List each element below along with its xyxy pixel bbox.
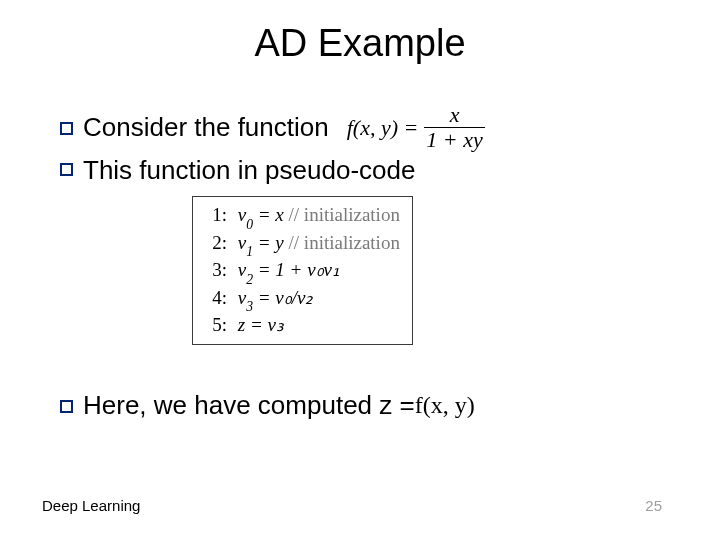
bullet-square-icon bbox=[60, 163, 73, 176]
footer-left: Deep Learning bbox=[42, 497, 140, 514]
formula-numerator: x bbox=[448, 104, 462, 127]
bullet-1: Consider the function f(x, y) = x 1 + xy bbox=[60, 104, 670, 151]
code-line: 3: v2 = 1 + v₀v₁ bbox=[205, 258, 400, 286]
bullet-square-icon bbox=[60, 122, 73, 135]
line-number: 3: bbox=[205, 258, 227, 283]
bullet-1-text: Consider the function bbox=[83, 110, 329, 145]
code-comment: // initialization bbox=[284, 232, 400, 253]
formula-fraction: x 1 + xy bbox=[424, 104, 484, 151]
line-number: 5: bbox=[205, 313, 227, 338]
bullet-3: Here, we have computed z = f(x, y) bbox=[60, 390, 475, 421]
bullet-square-icon bbox=[60, 400, 73, 413]
line-number: 1: bbox=[205, 203, 227, 228]
page-number: 25 bbox=[645, 497, 662, 514]
code-line: 2: v1 = y // initialization bbox=[205, 231, 400, 259]
line-number: 2: bbox=[205, 231, 227, 256]
formula-lhs: f(x, y) = bbox=[347, 113, 419, 143]
formula: f(x, y) = x 1 + xy bbox=[347, 104, 485, 151]
bullet-2: This function in pseudo-code bbox=[60, 153, 670, 188]
slide-title: AD Example bbox=[0, 22, 720, 65]
code-line: 1: v0 = x // initialization bbox=[205, 203, 400, 231]
line-number: 4: bbox=[205, 286, 227, 311]
code-line: 5: z = v₃ bbox=[205, 313, 400, 338]
formula-denominator: 1 + xy bbox=[424, 127, 484, 151]
bullet-2-text: This function in pseudo-code bbox=[83, 153, 415, 188]
bullet-3-text: Here, we have computed z = bbox=[83, 390, 415, 421]
content-block: Consider the function f(x, y) = x 1 + xy… bbox=[60, 104, 670, 188]
code-line: 4: v3 = v₀/v₂ bbox=[205, 286, 400, 314]
code-comment: // initialization bbox=[284, 204, 400, 225]
pseudocode-box: 1: v0 = x // initialization 2: v1 = y //… bbox=[192, 196, 413, 345]
slide: AD Example Consider the function f(x, y)… bbox=[0, 0, 720, 540]
bullet-3-fn: f(x, y) bbox=[415, 392, 475, 419]
